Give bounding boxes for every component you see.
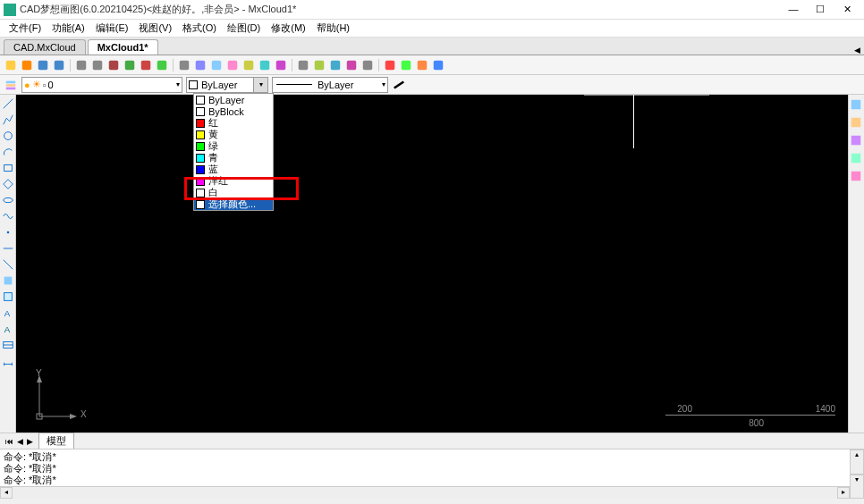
table-tool-icon[interactable] — [1, 338, 15, 352]
app-icon — [4, 4, 16, 16]
minimize-button[interactable]: — — [780, 2, 807, 18]
document-tab[interactable]: CAD.MxCloud — [4, 39, 86, 55]
rect-tool-icon[interactable] — [1, 161, 15, 175]
new-icon[interactable] — [4, 58, 18, 72]
spline-tool-icon[interactable] — [1, 209, 15, 223]
point-tool-icon[interactable] — [1, 225, 15, 239]
line-icon[interactable] — [274, 58, 288, 72]
ray-tool-icon[interactable] — [1, 241, 15, 256]
polygon-tool-icon[interactable] — [1, 177, 15, 191]
hatch-tool-icon[interactable] — [1, 273, 15, 288]
dim-tool-icon[interactable] — [1, 354, 15, 368]
menu-item[interactable]: 文件(F) — [4, 20, 47, 37]
menu-item[interactable]: 帮助(H) — [311, 20, 355, 37]
cmd-vscroll[interactable]: ▴▾ — [850, 449, 864, 499]
right-tool-r3-icon[interactable] — [850, 134, 864, 148]
layout-nav-next[interactable]: ▶ — [25, 437, 35, 446]
svg-rect-38 — [4, 293, 12, 301]
pdf-icon[interactable] — [415, 58, 429, 72]
xline-tool-icon[interactable] — [1, 257, 15, 272]
drawing-canvas[interactable]: Y X 200 1400 800 — [16, 95, 848, 433]
raster-icon[interactable] — [399, 58, 413, 72]
color-option[interactable]: ByLayer — [194, 94, 273, 105]
canvas-guide-vertical — [633, 95, 634, 148]
layer-combo-arrow[interactable]: ▾ — [176, 80, 180, 88]
draw-toolbar: AA — [0, 95, 16, 433]
menu-item[interactable]: 视图(V) — [133, 20, 177, 37]
text-icon[interactable] — [344, 58, 359, 72]
color-option[interactable]: 选择颜色... — [194, 198, 273, 210]
cut-icon[interactable] — [106, 58, 121, 72]
right-tool-r1-icon[interactable] — [850, 98, 864, 113]
right-tool-r4-icon[interactable] — [850, 152, 864, 166]
color-option[interactable]: 红 — [194, 117, 273, 129]
right-tool-r2-icon[interactable] — [850, 116, 864, 130]
tab-overflow-arrow[interactable]: ◀ — [854, 46, 860, 55]
prev-icon[interactable] — [74, 58, 89, 72]
cmd-hscroll[interactable]: ◂▸ — [0, 486, 850, 499]
layer-combo[interactable]: ● ☀ ▫ 0 ▾ — [21, 77, 182, 93]
save-icon[interactable] — [36, 58, 50, 72]
line-tool-icon[interactable] — [1, 97, 15, 111]
dim-icon[interactable] — [328, 58, 343, 72]
color-option[interactable]: 青 — [194, 152, 273, 164]
copy-icon[interactable] — [123, 58, 137, 72]
close-button[interactable]: ✕ — [834, 2, 860, 18]
color-option[interactable]: 蓝 — [194, 164, 273, 175]
zoom-ext-icon[interactable] — [177, 58, 191, 72]
svg-rect-4 — [77, 60, 87, 70]
linetype-combo[interactable]: ByLayer ▾ — [272, 77, 388, 93]
svg-line-36 — [3, 260, 13, 270]
color-icon[interactable] — [258, 58, 272, 72]
circle-tool-icon[interactable] — [1, 129, 15, 143]
svg-rect-10 — [180, 60, 190, 70]
color-option[interactable]: 洋红 — [194, 175, 273, 187]
menu-item[interactable]: 修改(M) — [266, 20, 311, 37]
mtext-tool-icon[interactable]: A — [1, 306, 15, 320]
arc-tool-icon[interactable] — [1, 145, 15, 159]
document-tab[interactable]: MxCloud1* — [88, 39, 158, 55]
properties-toolbar: ● ☀ ▫ 0 ▾ ByLayer ▾ ByLayer ▾ — [0, 75, 864, 95]
color-option[interactable]: 黄 — [194, 129, 273, 140]
saveas-icon[interactable] — [52, 58, 66, 72]
text-tool-icon[interactable]: A — [1, 322, 15, 336]
layout-nav-prev[interactable]: ◀ — [15, 437, 25, 446]
menu-item[interactable]: 编辑(E) — [90, 20, 134, 37]
next-icon[interactable] — [90, 58, 105, 72]
hatch-icon[interactable] — [312, 58, 326, 72]
open-icon[interactable] — [20, 58, 34, 72]
color-option[interactable]: 绿 — [194, 140, 273, 152]
linetype-combo-arrow[interactable]: ▾ — [382, 80, 385, 88]
web-icon[interactable] — [431, 58, 445, 72]
layout-nav-first[interactable]: ⏮ — [4, 437, 15, 446]
ellipse-tool-icon[interactable] — [1, 193, 15, 207]
canvas-guide-top — [584, 95, 709, 96]
svg-text:A: A — [4, 324, 10, 334]
color-option[interactable]: ByBlock — [194, 105, 273, 117]
lineweight-icon[interactable] — [392, 78, 406, 92]
zoom-win-icon[interactable] — [193, 58, 208, 72]
match-icon[interactable] — [296, 58, 310, 72]
svg-line-29 — [3, 99, 13, 109]
orbit-icon[interactable] — [225, 58, 240, 72]
svg-rect-20 — [347, 60, 357, 70]
color-combo-arrow[interactable]: ▾ — [253, 78, 267, 92]
maximize-button[interactable]: ☐ — [807, 2, 834, 18]
block-icon[interactable] — [360, 58, 375, 72]
redo-icon[interactable] — [155, 58, 169, 72]
color-combo[interactable]: ByLayer ▾ — [186, 77, 268, 93]
layer-icon[interactable] — [241, 58, 256, 72]
region-tool-icon[interactable] — [1, 290, 15, 304]
menu-item[interactable]: 格式(O) — [177, 20, 222, 37]
right-tool-r5-icon[interactable] — [850, 170, 864, 184]
menu-item[interactable]: 功能(A) — [47, 20, 90, 37]
layer-manager-icon[interactable] — [4, 78, 18, 92]
undo-icon[interactable] — [139, 58, 153, 72]
color-option-label: 选择颜色... — [208, 197, 256, 211]
pan-icon[interactable] — [209, 58, 224, 72]
plot-icon[interactable] — [383, 58, 397, 72]
menu-item[interactable]: 绘图(D) — [222, 20, 266, 37]
command-line[interactable]: 命令: *取消*命令: *取消*命令: *取消* 命令: ▴▾ ◂▸ — [0, 449, 864, 499]
model-tab[interactable]: 模型 — [38, 433, 74, 449]
pline-tool-icon[interactable] — [1, 113, 15, 127]
